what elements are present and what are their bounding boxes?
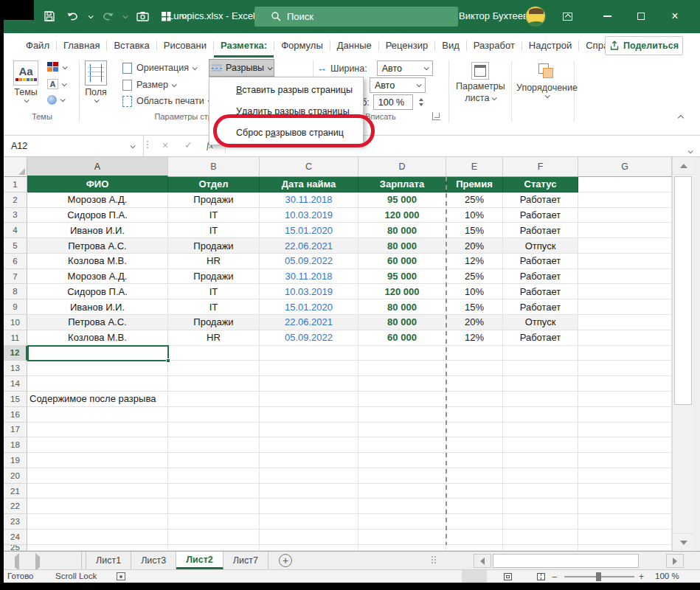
cell-B18[interactable] <box>168 437 260 453</box>
cell-G9[interactable] <box>578 299 672 315</box>
sheet-tab-Лист2[interactable]: Лист2 <box>176 552 223 569</box>
cell-B24[interactable] <box>168 530 260 545</box>
cell-B12[interactable] <box>168 346 260 361</box>
select-all-corner[interactable] <box>4 157 27 177</box>
column-header-E[interactable]: E <box>446 157 503 177</box>
dialog-launcher-icon[interactable] <box>432 112 440 120</box>
vertical-scrollbar[interactable] <box>672 157 693 551</box>
tab-2[interactable]: Вставка <box>107 33 156 58</box>
cell-C6[interactable]: 05.09.2022 <box>260 254 358 269</box>
cell-G23[interactable] <box>578 514 672 530</box>
cell-E11[interactable]: 12% <box>446 330 503 346</box>
sheet-tab-Лист3[interactable]: Лист3 <box>131 552 176 569</box>
cell-F21[interactable] <box>503 484 578 499</box>
cell-C20[interactable] <box>260 468 358 484</box>
cell-C11[interactable]: 05.09.2022 <box>260 330 358 346</box>
cell-F11[interactable]: Работает <box>503 330 578 346</box>
cell-B9[interactable]: IT <box>168 299 260 315</box>
row-header-25[interactable]: 25 <box>4 545 27 551</box>
row-header-9[interactable]: 9 <box>4 299 27 315</box>
scale-spinner[interactable] <box>419 98 423 106</box>
tab-3[interactable]: Рисовани <box>157 33 213 58</box>
tab-9[interactable]: Разработ <box>467 33 521 58</box>
cell-C16[interactable] <box>260 407 358 423</box>
cell-B16[interactable] <box>168 407 260 423</box>
cell-F19[interactable] <box>503 453 578 468</box>
cell-A11[interactable]: Козлова М.В. <box>27 330 168 346</box>
cell-A3[interactable]: Сидоров П.А. <box>27 208 168 223</box>
cell-F23[interactable] <box>503 514 578 530</box>
cell-B7[interactable]: Продажи <box>168 269 260 285</box>
cell-E14[interactable] <box>446 376 503 392</box>
normal-view-button[interactable] <box>462 570 487 583</box>
zoom-in-icon[interactable]: + <box>639 572 644 582</box>
scroll-up-icon[interactable] <box>673 157 694 175</box>
cell-E23[interactable] <box>446 514 503 530</box>
cell-A13[interactable] <box>27 361 168 376</box>
cell-E13[interactable] <box>446 361 503 376</box>
cell-G24[interactable] <box>578 530 672 545</box>
cell-B22[interactable] <box>168 499 260 514</box>
row-header-19[interactable]: 19 <box>4 453 27 468</box>
cell-D17[interactable] <box>358 423 446 438</box>
cell-E25[interactable] <box>446 545 503 551</box>
share-button[interactable]: Поделиться <box>605 36 683 55</box>
breaks-button[interactable]: Разрывы <box>209 59 274 77</box>
print-area-button[interactable]: Область печати <box>121 95 212 107</box>
cell-B13[interactable] <box>168 361 260 376</box>
cell-B14[interactable] <box>168 376 260 392</box>
row-header-1[interactable]: 1 <box>4 177 27 192</box>
row-header-17[interactable]: 17 <box>4 423 27 438</box>
cell-F6[interactable]: Работает <box>503 254 578 269</box>
tab-file[interactable]: Файл <box>19 33 56 58</box>
cell-D15[interactable] <box>358 392 446 407</box>
cell-F14[interactable] <box>503 376 578 392</box>
row-header-14[interactable]: 14 <box>4 376 27 392</box>
cell-B20[interactable] <box>168 468 260 484</box>
cell-G11[interactable] <box>578 330 672 346</box>
cell-B25[interactable] <box>168 545 260 551</box>
cell-G20[interactable] <box>578 468 672 484</box>
cell-G3[interactable] <box>578 208 672 223</box>
column-header-B[interactable]: B <box>168 157 260 177</box>
cell-C21[interactable] <box>260 484 358 499</box>
cell-D23[interactable] <box>358 514 446 530</box>
cell-E21[interactable] <box>446 484 503 499</box>
cell-C1[interactable]: Дата найма <box>260 177 358 192</box>
cell-F12[interactable] <box>503 346 578 361</box>
row-header-20[interactable]: 20 <box>4 468 27 484</box>
zoom-slider-thumb[interactable] <box>596 572 601 581</box>
cell-D8[interactable]: 120 000 <box>358 284 446 299</box>
height-select[interactable]: Авто <box>370 77 426 93</box>
cell-F18[interactable] <box>503 437 578 453</box>
cell-B3[interactable]: IT <box>168 208 260 223</box>
tab-6[interactable]: Данные <box>330 33 378 58</box>
arrange-button[interactable]: Упорядочение <box>516 62 578 98</box>
cell-D18[interactable] <box>358 437 446 453</box>
row-header-10[interactable]: 10 <box>4 315 27 330</box>
cell-B11[interactable]: HR <box>168 330 260 346</box>
row-header-11[interactable]: 11 <box>4 330 27 346</box>
account-name[interactable]: Виктор Бухтеев <box>459 10 528 21</box>
column-header-C[interactable]: C <box>260 157 358 177</box>
cell-E22[interactable] <box>446 499 503 514</box>
cell-E4[interactable]: 15% <box>446 223 503 238</box>
cell-C15[interactable] <box>260 392 358 407</box>
cell-G6[interactable] <box>578 254 672 269</box>
cell-F17[interactable] <box>503 423 578 438</box>
tab-1[interactable]: Главная <box>57 33 106 58</box>
row-header-8[interactable]: 8 <box>4 284 27 299</box>
zoom-percentage[interactable]: 100 % <box>655 572 679 580</box>
theme-effects-button[interactable] <box>47 95 64 105</box>
cell-G21[interactable] <box>578 484 672 499</box>
cell-A19[interactable] <box>27 453 168 468</box>
cell-E24[interactable] <box>446 530 503 545</box>
cell-D11[interactable]: 60 000 <box>358 330 446 346</box>
cell-G25[interactable] <box>578 545 672 551</box>
row-header-5[interactable]: 5 <box>4 238 27 254</box>
cell-F4[interactable]: Работает <box>503 223 578 238</box>
cell-F24[interactable] <box>503 530 578 545</box>
ribbon-display-options-icon[interactable] <box>555 4 580 28</box>
cell-C8[interactable]: 10.03.2019 <box>260 284 358 299</box>
cell-E10[interactable]: 20% <box>446 315 503 330</box>
